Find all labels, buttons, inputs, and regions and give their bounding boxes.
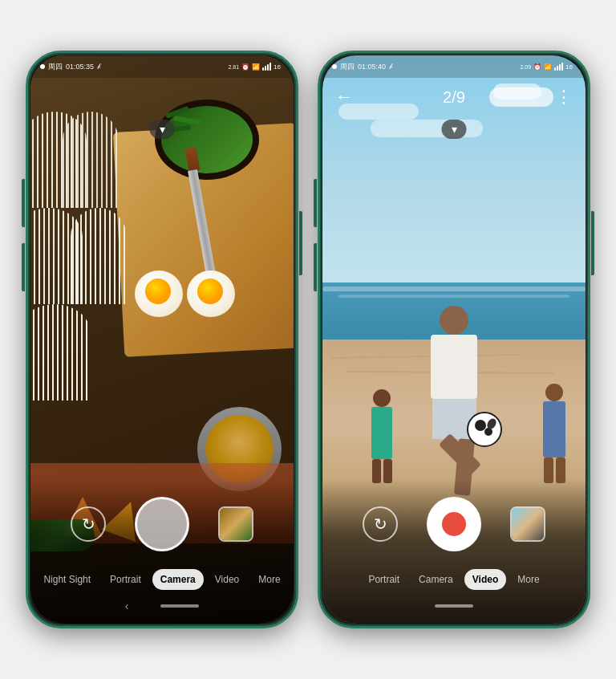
camera-buttons-row-right: ↻: [322, 497, 586, 551]
status-left-right: 周四 01:05:40 𝒷: [332, 62, 392, 72]
status-time: 01:05:35: [66, 63, 94, 71]
status-icon-bluetooth: 𝒷: [97, 62, 100, 71]
mode-camera-left[interactable]: Camera: [152, 569, 204, 590]
signal-bar-r2: [557, 66, 558, 71]
dropdown-icon: ▾: [160, 123, 165, 136]
network-speed-right: 2.09: [520, 64, 531, 70]
battery-level: 16: [274, 63, 281, 71]
dropdown-icon-right: ▾: [452, 123, 457, 136]
status-indicator: [40, 64, 45, 69]
phone-left: 周四 01:05:35 𝒷 2.81 ⏰ 📶 16: [26, 51, 298, 628]
thumbnail-image-right: [512, 508, 544, 540]
status-time-right: 01:05:40: [358, 63, 386, 71]
nav-home-pill-right[interactable]: [435, 604, 473, 608]
phone-right: 周四 01:05:40 𝒷 2.09 ⏰ 📶 16: [318, 51, 590, 628]
wifi-icon-right: 📶: [544, 63, 552, 71]
signal-bar-4: [270, 63, 271, 71]
volume-up-button[interactable]: [22, 179, 25, 227]
nav-bar-right: [322, 595, 586, 617]
status-bar-right: 周四 01:05:40 𝒷 2.09 ⏰ 📶 16: [322, 55, 586, 78]
mode-portrait-left[interactable]: Portrait: [102, 569, 149, 590]
signal-bars: [262, 63, 271, 71]
signal-bar-2: [265, 66, 266, 71]
dropdown-button[interactable]: ▾: [150, 120, 175, 139]
power-button-right[interactable]: [591, 211, 594, 275]
mode-video-right[interactable]: Video: [464, 569, 506, 590]
camera-modes-row: Night Sight Portrait Camera Video More: [30, 569, 294, 590]
mode-more-left[interactable]: More: [250, 569, 288, 590]
person-left: [367, 389, 397, 483]
signal-bar-3: [267, 64, 269, 71]
signal-bar-r4: [561, 63, 563, 71]
mode-video-left[interactable]: Video: [207, 569, 247, 590]
volume-down-button-right[interactable]: [314, 243, 317, 291]
nav-home-pill[interactable]: [160, 604, 199, 608]
status-right: 2.81 ⏰ 📶 16: [228, 63, 281, 71]
flip-camera-button[interactable]: ↻: [71, 506, 106, 542]
camera-controls-right: ↻ Portrait Camera Vi: [322, 479, 586, 624]
mode-night-sight[interactable]: Night Sight: [35, 569, 99, 590]
mode-camera-right[interactable]: Camera: [411, 569, 461, 590]
volume-down-button[interactable]: [22, 243, 25, 291]
status-left: 周四 01:05:35 𝒷: [40, 62, 100, 72]
video-header: ← 2/9 ⋮: [322, 78, 586, 116]
camera-controls-left: ↻ Night Sight Portrait Camera: [30, 479, 294, 624]
network-speed: 2.81: [228, 64, 239, 70]
photo-counter: 2/9: [443, 88, 465, 107]
back-button[interactable]: ←: [335, 87, 353, 108]
battery-level-right: 16: [565, 63, 573, 71]
camera-modes-row-right: Portrait Camera Video More: [322, 569, 586, 590]
more-options-button[interactable]: ⋮: [555, 87, 573, 108]
alarm-icon-right: ⏰: [533, 63, 541, 71]
thumbnail-image: [220, 508, 252, 540]
status-bar-left: 周四 01:05:35 𝒷 2.81 ⏰ 📶 16: [30, 55, 294, 78]
power-button[interactable]: [299, 211, 302, 275]
nav-bar-left: ‹: [30, 595, 294, 617]
mode-portrait-right[interactable]: Portrait: [360, 569, 407, 590]
record-dot: [442, 512, 466, 536]
camera-buttons-row: ↻: [30, 497, 294, 551]
nav-back-icon[interactable]: ‹: [125, 600, 129, 612]
volume-up-button-right[interactable]: [314, 179, 317, 227]
mode-more-right[interactable]: More: [509, 569, 547, 590]
shutter-button[interactable]: [135, 497, 189, 551]
signal-bar-r1: [554, 67, 556, 71]
alarm-icon: ⏰: [241, 63, 249, 71]
signal-bar-r3: [559, 64, 561, 71]
status-icon-bluetooth-right: 𝒷: [389, 62, 392, 71]
person-right: [539, 384, 569, 483]
flip-camera-button-right[interactable]: ↻: [363, 506, 398, 542]
record-button[interactable]: [427, 497, 481, 551]
gallery-thumbnail-right[interactable]: [510, 506, 545, 542]
status-day-right: 周四: [340, 62, 355, 72]
signal-bar-1: [262, 67, 264, 71]
status-indicator-right: [332, 64, 337, 69]
gallery-thumbnail[interactable]: [218, 506, 253, 542]
wifi-icon: 📶: [252, 63, 260, 71]
status-right-right: 2.09 ⏰ 📶 16: [520, 63, 573, 71]
signal-bars-right: [554, 63, 563, 71]
person-main: [431, 306, 477, 495]
dropdown-button-right[interactable]: ▾: [442, 120, 467, 139]
status-day: 周四: [48, 62, 63, 72]
